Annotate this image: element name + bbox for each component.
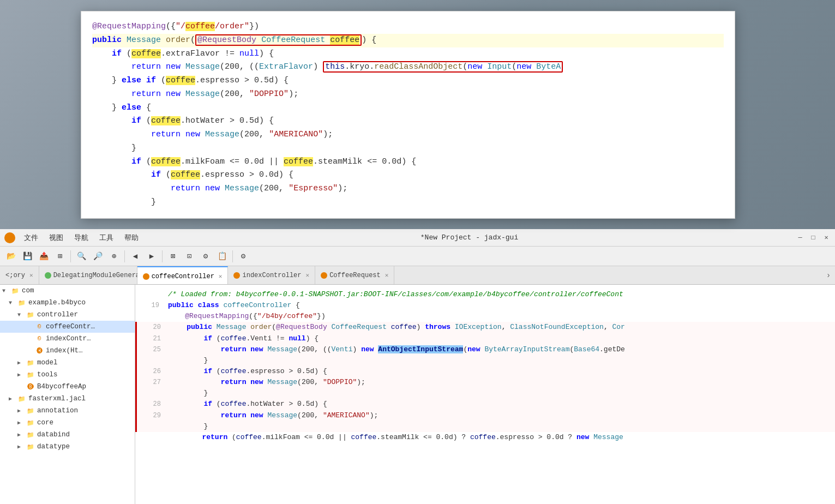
tab-coffee-request[interactable]: CoffeeRequest ✕ <box>315 266 394 284</box>
line-num-19: 19 <box>140 301 159 311</box>
code-content-29: return new Message(200, "AMERICANO"); <box>170 410 378 421</box>
open-button[interactable]: 📂 <box>3 249 19 264</box>
code-line-28: 28 if (coffee.hotWater > 0.5d) { <box>135 399 835 410</box>
code-line-26: 26 if (coffee.espresso > 0.5d) { <box>135 366 835 377</box>
forward-button[interactable]: ▶ <box>144 249 159 264</box>
tree-item-fasterxml[interactable]: ▶ 📁 fasterxml.jacl <box>0 393 135 405</box>
code-line-20: 20 public Message order(@RequestBody Cof… <box>135 322 835 333</box>
code-comment: /* Loaded from: b4bycoffee-0.0.1-SNAPSHO… <box>168 289 623 300</box>
arrow-com: ▼ <box>2 288 11 294</box>
decompile-button[interactable]: ⊠ <box>165 249 181 264</box>
tree-label-html: index(Ht… <box>46 347 83 355</box>
smali-button[interactable]: ⊡ <box>182 249 197 264</box>
tab-history[interactable]: <;ory ✕ <box>0 266 39 284</box>
class-icon-index: © <box>35 334 44 343</box>
tab-close-index[interactable]: ✕ <box>306 272 310 279</box>
tree-item-databind[interactable]: ▶ 📁 databind <box>0 429 135 441</box>
tree-label-tools: tools <box>37 371 58 379</box>
line-num-27: 27 <box>141 377 161 388</box>
search-options[interactable]: 🔎 <box>90 249 105 264</box>
back-button[interactable]: ◀ <box>128 249 143 264</box>
line-num-29: 29 <box>141 411 161 421</box>
tree-item-controller[interactable]: ▼ 📁 controller <box>0 309 135 321</box>
code-return: return (coffee.milkFoam <= 0.0d || coffe… <box>168 432 623 443</box>
minimize-button[interactable]: ─ <box>796 233 804 242</box>
code-close3: } <box>170 421 208 432</box>
tab-index-controller[interactable]: indexController ✕ <box>228 266 315 284</box>
code-line-return: return (coffee.milkFoam <= 0.0d || coffe… <box>135 432 835 443</box>
float-line-1: @RequestMapping({"/coffee/order"}) <box>92 20 724 34</box>
code-editor[interactable]: /* Loaded from: b4bycoffee-0.0.1-SNAPSHO… <box>135 285 835 504</box>
float-line-10: } <box>92 142 724 155</box>
folder-icon-controller: 📁 <box>26 310 35 319</box>
menu-tools[interactable]: 工具 <box>95 232 118 244</box>
tree-label-controller: controller <box>37 311 78 319</box>
menu-navigate[interactable]: 导航 <box>70 232 93 244</box>
float-line-14: } <box>92 196 724 209</box>
float-line-8: if (coffee.hotWater > 0.5d) { <box>92 115 724 128</box>
refresh-button[interactable]: ⊞ <box>52 249 68 264</box>
arrow-datatype: ▶ <box>17 443 26 450</box>
code-line-close3: } <box>135 421 835 432</box>
main-content: ▼ 📁 com ▼ 📁 example.b4byco ▼ 📁 controlle… <box>0 285 835 504</box>
tab-close-coffee[interactable]: ✕ <box>219 273 223 280</box>
tree-item-datatype[interactable]: ▶ 📁 datatype <box>0 441 135 453</box>
tree-item-example[interactable]: ▼ 📁 example.b4byco <box>0 297 135 309</box>
separator-3 <box>162 250 163 262</box>
arrow-core: ▶ <box>17 419 26 426</box>
maximize-button[interactable]: □ <box>809 233 818 242</box>
tree-item-annotation[interactable]: ▶ 📁 annotation <box>0 405 135 417</box>
search-button[interactable]: 🔍 <box>74 249 89 264</box>
export-button[interactable]: 📤 <box>36 249 51 264</box>
code-content-20: public Message order(@RequestBody Coffee… <box>170 322 625 333</box>
settings-button[interactable]: ⚙ <box>236 249 251 264</box>
folder-icon-model: 📁 <box>26 358 35 367</box>
app-window: 文件 视图 导航 工具 帮助 *New Project - jadx-gui ─… <box>0 229 835 504</box>
menu-file[interactable]: 文件 <box>20 232 43 244</box>
tab-label-index: indexController <box>242 272 301 279</box>
line-num-21: 21 <box>141 334 161 344</box>
separator-4 <box>232 250 233 262</box>
tab-close-history[interactable]: ✕ <box>29 272 33 279</box>
tab-icon-index <box>233 272 240 279</box>
code-content-26: if (coffee.espresso > 0.5d) { <box>170 366 327 377</box>
tab-delegating[interactable]: DelegatingModuleGenerator ✕ <box>39 266 137 284</box>
tree-item-b4by[interactable]: 🅑 B4bycoffeeAp <box>0 381 135 393</box>
tree-item-com[interactable]: ▼ 📁 com <box>0 285 135 297</box>
tab-close-req[interactable]: ✕ <box>385 272 389 279</box>
tree-item-model[interactable]: ▶ 📁 model <box>0 357 135 369</box>
code-content-21: if (coffee.Venti != null) { <box>170 333 319 344</box>
line-num-20: 20 <box>141 322 161 333</box>
search-regex[interactable]: ⊕ <box>106 249 122 264</box>
tree-label-coffee-ctrl: coffeeContr… <box>46 323 95 331</box>
save-button[interactable]: 💾 <box>20 249 35 264</box>
tree-item-coffee-ctrl[interactable]: © coffeeContr… <box>0 321 135 333</box>
float-line-4: return new Message(200, ((ExtraFlavor) t… <box>92 61 724 74</box>
tab-overflow-button[interactable]: › <box>822 266 835 284</box>
menu-bar: 文件 视图 导航 工具 帮助 *New Project - jadx-gui ─… <box>0 229 835 247</box>
class-icon-b4by: 🅑 <box>26 382 35 391</box>
folder-icon-fasterxml: 📁 <box>17 394 26 403</box>
code-line-close1: } <box>135 355 835 366</box>
log-button[interactable]: ⚙ <box>198 249 213 264</box>
close-button[interactable]: ✕ <box>822 233 831 242</box>
menu-view[interactable]: 视图 <box>45 232 68 244</box>
float-line-12: if (coffee.espresso > 0.0d) { <box>92 169 724 182</box>
tree-item-index-html[interactable]: 🅗 index(Ht… <box>0 345 135 357</box>
folder-icon-databind: 📁 <box>26 430 35 439</box>
tree-label-com: com <box>22 287 34 295</box>
folder-icon-example: 📁 <box>17 298 26 307</box>
tab-coffee-controller[interactable]: coffeeController ✕ <box>137 266 229 284</box>
script-button[interactable]: 📋 <box>214 249 230 264</box>
menu-help[interactable]: 帮助 <box>120 232 143 244</box>
tab-icon-delegating <box>45 272 51 279</box>
float-line-5: } else if (coffee.espresso > 0.5d) { <box>92 74 724 88</box>
class-icon-coffee: © <box>35 322 44 331</box>
tree-label-databind: databind <box>37 431 70 439</box>
code-line-29: 29 return new Message(200, "AMERICANO"); <box>135 410 835 421</box>
tree-item-tools[interactable]: ▶ 📁 tools <box>0 369 135 381</box>
tree-item-index-ctrl[interactable]: © indexContr… <box>0 333 135 345</box>
tree-item-core[interactable]: ▶ 📁 core <box>0 417 135 429</box>
line-num-26: 26 <box>141 367 161 377</box>
tab-icon-coffee <box>143 273 149 280</box>
